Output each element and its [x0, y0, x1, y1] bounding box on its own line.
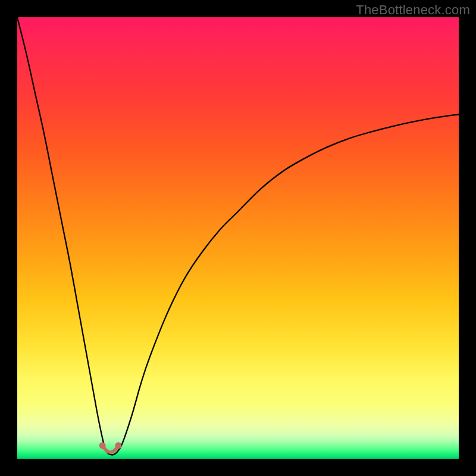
- bottleneck-curve: [17, 17, 459, 455]
- bottleneck-curve-svg: [17, 17, 459, 459]
- attribution-text: TheBottleneck.com: [356, 2, 470, 18]
- outer-frame: TheBottleneck.com: [0, 0, 476, 476]
- plot-area: [17, 17, 459, 459]
- minimum-marker-arc: [102, 446, 118, 453]
